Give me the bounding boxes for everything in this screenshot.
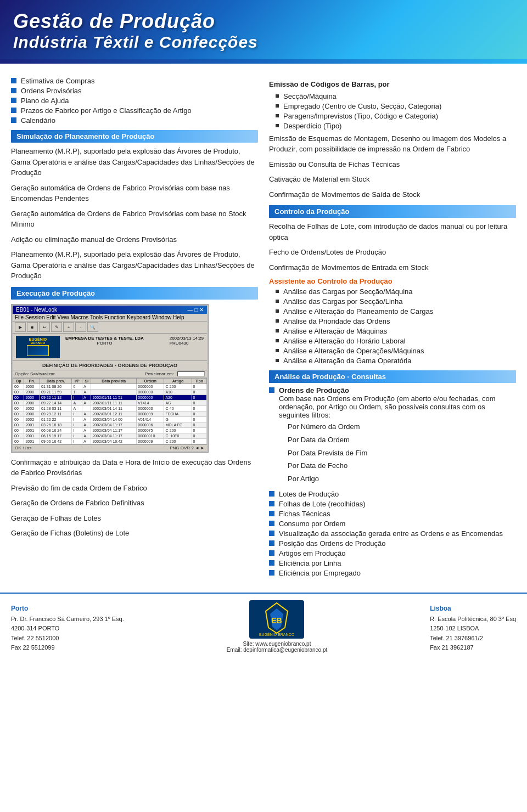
assistente-bullets: Análise das Cargas por Secção/Máquina An… <box>276 287 516 365</box>
list-item: Plano de Ajuda <box>11 97 258 105</box>
company-info: EMPRESA DE TESTES & TESTE, LDA PORTO <box>65 336 144 358</box>
screenshot-statusbar: OK ↕↓as PNG OVR ? ◄ ► <box>13 444 207 451</box>
bullet-icon <box>269 521 274 526</box>
toolbar-btn[interactable]: 🔍 <box>87 322 98 332</box>
table-row: 00200106 08 16 24IA2002/03/04 11:1700000… <box>13 427 207 433</box>
list-item: Análise e Alteração da Gama Operatória <box>276 357 516 365</box>
recolha-text: Recolha de Folhas de Lote, com introduçã… <box>269 221 516 243</box>
company-logo: EUGÉNIO BRANCO <box>16 336 60 358</box>
footer-center: EB EUGÉNIO BRANCO Site: www.eugeniobranc… <box>227 600 328 653</box>
bullet-icon <box>269 570 274 576</box>
right-column: Emissão de Códigos de Barras, por Secção… <box>269 75 516 582</box>
toolbar-btn[interactable]: ▶ <box>15 322 26 332</box>
para2: Geração automática de Ordens de Fabrico … <box>11 183 258 204</box>
toolbar-btn[interactable]: ■ <box>27 322 38 332</box>
list-item: Eficiência por Empregado <box>269 569 516 577</box>
small-bullet-icon <box>276 339 279 342</box>
confirmacao-saida-text: Confirmação de Movimentos de Saída de St… <box>269 189 516 200</box>
footer-porto: Porto Pr. Dr. Francisco Sá Carneiro, 293… <box>11 604 124 653</box>
small-bullet-icon <box>276 94 279 98</box>
list-item: Por Artigo <box>288 473 516 485</box>
bullet-icon <box>11 78 16 83</box>
list-item: Calendário <box>11 116 258 125</box>
confirmation-text: Confirmação e atribuição da Data e Hora … <box>11 457 258 478</box>
list-item: Posição das Ordens de Produção <box>269 539 516 548</box>
screenshot-title: EB01 - NewLook <box>16 307 57 313</box>
fecho-text: Fecho de Ordens/Lotes de Produção <box>269 247 516 258</box>
bullet-icon <box>11 88 16 93</box>
logo-svg: EB EUGÉNIO BRANCO <box>249 600 304 639</box>
lisboa-postal: 1250-102 LISBOA <box>430 624 516 634</box>
list-item: Ordens de Produção Com base nas Ordens e… <box>269 386 516 488</box>
bullet-icon <box>11 117 16 123</box>
emissao-bullets: Secção/Máquina Empregado (Centro de Cust… <box>276 92 516 130</box>
bullet-icon <box>269 560 274 566</box>
table-row: 00200109 06 16 42IA2002/03/04 16:4200000… <box>13 438 207 444</box>
list-item: Estimativa de Compras <box>11 77 258 85</box>
toolbar-btn[interactable]: - <box>75 322 86 332</box>
list-item: Por Número da Ordem <box>288 421 516 433</box>
toolbar-btn[interactable]: ✎ <box>51 322 62 332</box>
list-item: Eficiência por Linha <box>269 559 516 567</box>
lisboa-address: R. Escola Politécnica, 80 3º Esq <box>430 614 516 624</box>
brand-logo: EB EUGÉNIO BRANCO <box>227 600 328 639</box>
para1: Planeamento (M.R.P), suportado pela expl… <box>11 146 258 178</box>
top-bullets: Estimativa de Compras Ordens Provisórias… <box>11 77 258 125</box>
screenshot-toolbar: ▶ ■ ↩ ✎ + - 🔍 <box>13 322 207 334</box>
analise-heading: Análise da Produção - Consultas <box>269 370 516 383</box>
bullet-icon <box>269 491 274 497</box>
bullet-icon <box>269 550 274 556</box>
porto-postal: 4200-314 PORTO <box>11 624 124 634</box>
screenshot-sub-title: DEFINIÇÃO DE PRIORIDADES - ORDENS DE PRO… <box>13 361 207 370</box>
company-date: 2002/03/13 14:29 PRU0430 <box>170 336 204 358</box>
list-item: Artigos em Produção <box>269 549 516 557</box>
small-bullet-icon <box>276 104 279 108</box>
assistente-heading: Assistente ao Controlo da Produção <box>269 277 516 285</box>
esquemas-text: Emissão de Esquemas de Montagem, Desenho… <box>269 133 516 155</box>
table-row: 00200009 22 11 12IA2002/01/11 11 5100000… <box>13 394 207 400</box>
small-bullet-icon <box>276 359 279 362</box>
screenshot-filter-row: Opção: S=Visualizar Posicionar em: <box>13 370 207 378</box>
list-item: Análise e Alteração de Máquinas <box>276 327 516 335</box>
svg-text:EB: EB <box>272 616 282 625</box>
list-item: Análise das Cargas por Secção/Máquina <box>276 287 516 296</box>
controlo-heading: Controlo da Produção <box>269 205 516 218</box>
page-footer: Porto Pr. Dr. Francisco Sá Carneiro, 293… <box>0 593 527 658</box>
toolbar-btn[interactable]: + <box>63 322 74 332</box>
list-item: Por Data de Fecho <box>288 460 516 472</box>
previsao-text: Previsão do fim de cada Ordem de Fabrico <box>11 483 258 494</box>
table-row: 00200009 29 12 11IA2002/03/01 12 1100000… <box>13 411 207 416</box>
bullet-icon <box>269 540 274 546</box>
page-header: Gestão de Produção Indústria Têxtil e Co… <box>0 0 527 59</box>
small-bullet-icon <box>276 309 279 313</box>
geracao-folhas-text: Geração de Folhas de Lotes <box>11 513 258 524</box>
list-item: Secção/Máquina <box>276 92 516 100</box>
list-item: Análise das Cargas por Secção/Linha <box>276 297 516 306</box>
porto-telef: Telef. 22 5512000 <box>11 634 124 644</box>
toolbar-btn[interactable]: ↩ <box>39 322 50 332</box>
para5: Planeamento (M.R.P), suportado pela expl… <box>11 249 258 281</box>
filter-input[interactable] <box>177 371 205 376</box>
list-item: Desperdício (Tipo) <box>276 122 516 130</box>
bullet-icon <box>11 108 16 113</box>
para4: Adição ou eliminação manual de Ordens Pr… <box>11 234 258 245</box>
bullet-icon <box>269 531 274 536</box>
screenshot-controls: — □ ✕ <box>187 307 204 313</box>
footer-lisboa: Lisboa R. Escola Politécnica, 80 3º Esq … <box>430 604 516 653</box>
bullet-icon <box>269 501 274 506</box>
list-item: Análise e Alteração do Planeamento de Ca… <box>276 307 516 315</box>
ordens-text: Com base nas Ordens em Produção (em aber… <box>279 394 516 419</box>
list-item: Lotes de Produção <box>269 490 516 498</box>
small-bullet-icon <box>276 329 279 332</box>
geracao-fichas-text: Geração de Fichas (Boletins) de Lote <box>11 528 258 539</box>
small-bullet-icon <box>276 290 279 293</box>
list-item: Prazos de Fabrico por Artigo e Classific… <box>11 106 258 115</box>
footer-website: Site: www.eugeniobranco.pt Email: depinf… <box>227 641 328 653</box>
main-content: Estimativa de Compras Ordens Provisórias… <box>0 64 527 587</box>
table-row: 00200103 26 18 18IA2002/03/04 11:1700000… <box>13 422 207 427</box>
screenshot-menu: File Session Edit View Macros Tools Func… <box>13 314 207 322</box>
lisboa-city: Lisboa <box>430 604 516 614</box>
table-row: 00200201 28 03 11A2002/03/01 14 11000000… <box>13 405 207 411</box>
list-item: Paragens/Imprevistos (Tipo, Código e Cat… <box>276 112 516 120</box>
execucao-heading: Execução de Produção <box>11 287 258 300</box>
